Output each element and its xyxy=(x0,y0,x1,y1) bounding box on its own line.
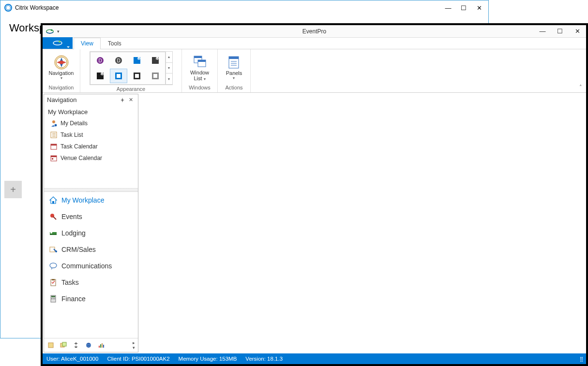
theme-option-2[interactable]: D xyxy=(110,53,127,68)
module-my-workplace[interactable]: My Workplace xyxy=(44,192,138,208)
status-user: User: AliceK_001000 xyxy=(46,356,98,362)
nav-item-task-calendar[interactable]: Task Calendar xyxy=(44,141,138,152)
citrix-add-tile-button[interactable]: + xyxy=(4,181,22,198)
svg-text:16: 16 xyxy=(137,58,140,60)
footer-icon-globe[interactable] xyxy=(85,341,92,349)
svg-rect-63 xyxy=(62,342,66,346)
footer-icon-1[interactable] xyxy=(47,341,55,349)
svg-rect-44 xyxy=(52,158,53,160)
theme-option-6[interactable] xyxy=(110,69,127,83)
theme-option-5[interactable]: 16 xyxy=(91,69,109,83)
chevron-down-icon: ▾ xyxy=(204,77,206,81)
svg-point-3 xyxy=(59,41,60,43)
svg-rect-69 xyxy=(103,345,104,348)
ribbon-collapse-button[interactable]: ˄ xyxy=(579,84,582,90)
theme-option-1[interactable]: D xyxy=(91,53,109,68)
list-icon xyxy=(50,131,58,139)
svg-rect-61 xyxy=(48,343,53,348)
navigation-panel: Navigation ✕ My Workplace My Details Tas… xyxy=(44,94,138,352)
module-lodging[interactable]: Lodging xyxy=(44,225,138,241)
footer-icon-chart[interactable] xyxy=(97,341,105,349)
status-memory: Memory Usage: 153MB xyxy=(179,356,237,362)
status-bar: User: AliceK_001000 Client ID: PSI001000… xyxy=(43,353,586,364)
gallery-scroll-down[interactable]: ▾ xyxy=(166,63,172,74)
module-communications[interactable]: Communications xyxy=(44,258,138,274)
theme-option-4[interactable]: 16 xyxy=(147,53,164,68)
tab-view[interactable]: View xyxy=(74,38,101,49)
footer-icon-2[interactable] xyxy=(60,341,67,349)
file-tab-swoosh-icon xyxy=(52,40,63,46)
footer-more-button[interactable]: ▸▾ xyxy=(133,340,135,350)
svg-rect-68 xyxy=(102,343,103,348)
close-panel-icon[interactable]: ✕ xyxy=(127,97,135,103)
chevron-down-icon: ▾ xyxy=(60,76,62,80)
nav-item-venue-calendar[interactable]: Venue Calendar xyxy=(44,152,138,164)
clipboard-icon xyxy=(49,278,58,287)
nav-item-task-list[interactable]: Task List xyxy=(44,129,138,141)
gallery-scroll-up[interactable]: ▴ xyxy=(166,52,172,63)
chat-icon xyxy=(49,262,58,270)
panel-icon xyxy=(226,55,241,70)
file-tab[interactable] xyxy=(43,37,73,49)
module-events[interactable]: Events xyxy=(44,208,138,225)
app-title: EventPro xyxy=(302,28,326,35)
citrix-maximize-button[interactable]: ☐ xyxy=(460,4,467,12)
calculator-icon xyxy=(49,294,58,303)
window-list-label-2: List xyxy=(194,75,202,81)
svg-rect-28 xyxy=(198,60,206,62)
svg-rect-45 xyxy=(52,201,54,204)
home-icon xyxy=(49,196,58,205)
theme-option-7[interactable] xyxy=(128,69,146,83)
svg-rect-60 xyxy=(54,298,55,299)
resize-grip-icon[interactable]: ⣿ xyxy=(580,356,582,362)
gallery-expand[interactable]: ▾ xyxy=(166,73,172,85)
svg-rect-58 xyxy=(51,298,52,299)
svg-text:16: 16 xyxy=(100,73,104,76)
citrix-title: Citrix Workspace xyxy=(15,4,445,11)
svg-point-1 xyxy=(51,29,53,31)
nav-item-label: Venue Calendar xyxy=(60,155,102,161)
main-area: Navigation ✕ My Workplace My Details Tas… xyxy=(43,93,586,353)
window-list-button[interactable]: Window List ▾ xyxy=(187,53,212,82)
svg-rect-43 xyxy=(51,156,57,157)
calendar-icon xyxy=(50,154,58,162)
svg-point-35 xyxy=(54,124,57,127)
windows-cascade-icon xyxy=(192,54,208,70)
navigation-button[interactable]: Navigation ▾ xyxy=(46,54,77,81)
eventpro-titlebar: ▾ EventPro — ☐ ✕ xyxy=(43,25,586,38)
nav-item-label: Task Calendar xyxy=(60,143,98,150)
theme-option-8[interactable] xyxy=(147,69,164,83)
pin-icon[interactable] xyxy=(118,98,127,102)
citrix-icon xyxy=(4,4,12,12)
maximize-button[interactable]: ☐ xyxy=(551,28,569,35)
window-list-label-1: Window xyxy=(190,70,209,75)
svg-rect-20 xyxy=(117,74,121,78)
module-finance[interactable]: Finance xyxy=(44,291,138,307)
citrix-titlebar: Citrix Workspace — ☐ ✕ xyxy=(0,0,488,15)
module-label: Finance xyxy=(61,295,86,303)
bed-icon xyxy=(49,229,58,237)
nav-item-my-details[interactable]: My Details xyxy=(44,117,138,129)
nav-splitter[interactable]: …… xyxy=(44,188,138,192)
svg-rect-66 xyxy=(99,346,100,348)
module-crm-sales[interactable]: CRM/Sales xyxy=(44,241,138,258)
svg-rect-49 xyxy=(50,234,57,235)
eventpro-window: ▾ EventPro — ☐ ✕ View Tools Navigation ▾ xyxy=(41,23,588,366)
svg-rect-22 xyxy=(135,74,139,78)
citrix-minimize-button[interactable]: — xyxy=(445,4,452,12)
footer-icon-sync[interactable] xyxy=(72,341,80,349)
module-tasks[interactable]: Tasks xyxy=(44,274,138,291)
module-label: Communications xyxy=(61,262,112,270)
svg-point-50 xyxy=(50,232,52,234)
close-button[interactable]: ✕ xyxy=(569,28,586,35)
qat-dropdown-icon[interactable]: ▾ xyxy=(57,29,60,34)
theme-gallery[interactable]: D D 16 16 16 ▴ ▾ ▾ xyxy=(90,51,173,85)
tab-tools[interactable]: Tools xyxy=(101,38,129,49)
citrix-close-button[interactable]: ✕ xyxy=(476,4,482,12)
panels-button[interactable]: Panels ▾ xyxy=(223,54,245,81)
minimize-button[interactable]: — xyxy=(534,28,551,35)
theme-option-3[interactable]: 16 xyxy=(128,53,146,68)
group-windows-label: Windows xyxy=(189,84,211,91)
svg-rect-41 xyxy=(51,144,57,146)
nav-footer: ▸▾ xyxy=(44,338,138,352)
